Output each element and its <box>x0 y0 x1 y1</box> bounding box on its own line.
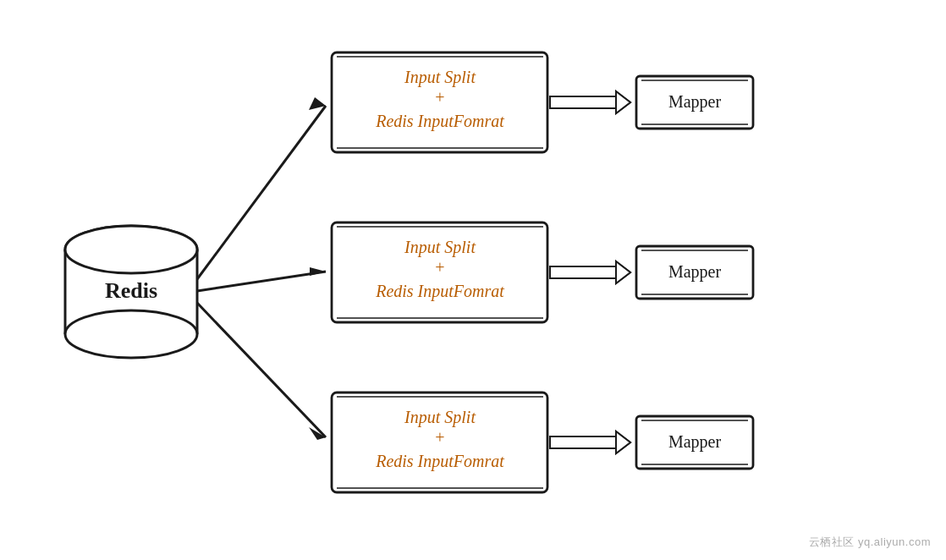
box2-line3: Redis InputFomrat <box>375 282 504 301</box>
mapper1-label: Mapper <box>668 92 722 112</box>
box1-line1: Input Split <box>404 68 476 87</box>
watermark: 云栖社区 yq.aliyun.com <box>809 535 931 550</box>
box2-line1: Input Split <box>404 238 476 257</box>
box3-line1: Input Split <box>404 408 476 427</box>
svg-marker-15 <box>616 91 630 113</box>
diagram-container: Redis Input Split + Redis InputFomrat <box>0 0 946 560</box>
svg-point-5 <box>65 226 197 273</box>
svg-text:+: + <box>435 258 444 277</box>
redis-label: Redis <box>105 278 157 303</box>
svg-text:+: + <box>435 428 444 447</box>
mapper3-label: Mapper <box>668 432 722 452</box>
svg-line-8 <box>197 303 326 437</box>
svg-marker-24 <box>616 261 630 283</box>
mapper2-label: Mapper <box>668 262 722 282</box>
svg-line-6 <box>197 106 326 279</box>
svg-marker-33 <box>616 431 630 453</box>
svg-point-4 <box>65 310 197 358</box>
svg-line-7 <box>197 272 326 291</box>
box1-line3: Redis InputFomrat <box>375 112 504 131</box>
svg-text:+: + <box>435 88 444 107</box>
arrow-head-2 <box>310 267 326 276</box>
diagram-svg: Redis Input Split + Redis InputFomrat <box>0 0 946 560</box>
box3-line3: Redis InputFomrat <box>375 452 504 471</box>
